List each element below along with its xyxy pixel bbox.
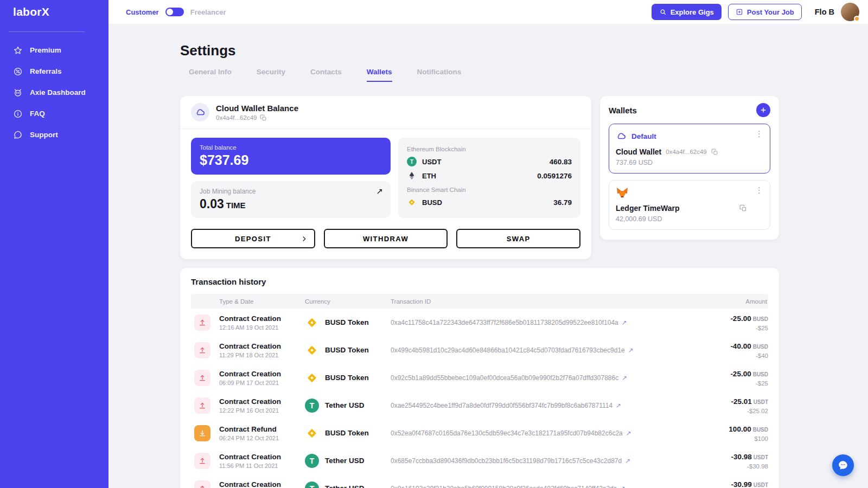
add-wallet-button[interactable] — [756, 103, 770, 117]
transaction-out-icon — [194, 370, 210, 386]
external-link-icon[interactable]: ↗ — [620, 485, 626, 488]
token-amount: 36.79 — [553, 198, 572, 207]
transaction-type: Contract Creation — [219, 480, 305, 488]
wallet-item-ledger-timewarp[interactable]: ⋮Ledger TimeWarp42,000.69 USD — [609, 180, 770, 230]
transaction-amount: -40.00 — [730, 342, 751, 350]
external-link-icon[interactable]: ↗ — [622, 319, 627, 326]
copy-icon[interactable] — [739, 204, 747, 212]
sidebar-nav-secondary: PremiumReferralsAxie DashboardFAQSupport — [0, 40, 108, 145]
tab-security[interactable]: Security — [257, 68, 285, 82]
avatar-badge — [854, 16, 860, 22]
percent-icon — [13, 67, 23, 76]
transaction-row[interactable]: Contract Creation11:29 PM 18 Oct 2021BUS… — [191, 336, 768, 364]
transaction-id: 0x52ea0f47687c0165da76e130c5db59ec34c7e3… — [391, 429, 623, 437]
transaction-date: 11:56 PM 11 Oct 2021 — [219, 463, 305, 469]
transaction-amount-usd: -$25 — [687, 380, 768, 387]
transaction-amount-usd: -$25.02 — [687, 408, 768, 414]
tab-notifications[interactable]: Notifications — [417, 68, 462, 82]
transaction-row[interactable]: Contract Creation06:09 PM 17 Oct 2021BUS… — [191, 364, 768, 391]
wallet-address: 0x4a4f...62c49 — [666, 149, 706, 155]
transaction-type: Contract Creation — [219, 342, 305, 350]
external-link-icon[interactable]: ↗ — [628, 346, 634, 354]
laborx-logo[interactable]: laborX — [0, 0, 108, 24]
balance-actions: DEPOSITWITHDRAWSWAP — [180, 226, 591, 259]
copy-address-icon[interactable] — [260, 114, 267, 121]
transaction-amount: -25.00 — [730, 314, 751, 323]
user-name[interactable]: Flo B — [815, 8, 834, 16]
transaction-history-title: Transaction history — [191, 277, 768, 286]
metamask-icon — [616, 186, 629, 199]
external-link-icon[interactable]: ↗ — [625, 457, 630, 465]
job-mining-card[interactable]: Job Mining balance ↗ 0.03TIME — [191, 181, 391, 218]
transaction-date: 11:29 PM 18 Oct 2021 — [219, 352, 305, 358]
swap-button[interactable]: SWAP — [456, 229, 580, 248]
transaction-row[interactable]: Contract Creation11:56 PM 11 Oct 2021TTe… — [191, 447, 768, 474]
wallet-kebab-menu-icon[interactable]: ⋮ — [755, 130, 763, 138]
transaction-id: 0x685e7ccbba3d890436f9db0cb23bb1f6c5bc31… — [391, 457, 622, 465]
main-area: Settings General InfoSecurityContactsWal… — [108, 24, 868, 488]
transaction-currency: Tether USD — [325, 457, 365, 465]
avatar[interactable] — [841, 3, 859, 21]
token-symbol: USDT — [422, 158, 544, 166]
sidebar-item-faq[interactable]: FAQ — [4, 104, 104, 124]
tab-general-info[interactable]: General Info — [189, 68, 232, 82]
sidebar-item-axie-dashboard[interactable]: Axie Dashboard — [4, 82, 104, 103]
transaction-out-icon — [194, 342, 210, 358]
transaction-row[interactable]: Contract Creation12:46 PM 9 Oct 2021TTet… — [191, 474, 768, 488]
transaction-amount: 100.00 — [729, 425, 751, 433]
transaction-currency: Tether USD — [325, 484, 365, 488]
wallet-kebab-menu-icon[interactable]: ⋮ — [755, 186, 763, 194]
transaction-amount-usd: -$40 — [687, 352, 768, 359]
external-link-icon[interactable]: ↗ — [622, 374, 627, 382]
sidebar: laborX DashboardBrowse gigsBrowse jobsMy… — [0, 0, 108, 488]
copy-icon[interactable] — [711, 149, 718, 156]
chat-fab-button[interactable] — [832, 454, 854, 476]
tab-wallets[interactable]: Wallets — [367, 68, 392, 82]
transaction-row[interactable]: Contract Refund06:24 PM 12 Oct 2021BUSD … — [191, 419, 768, 447]
busd-icon — [407, 197, 417, 207]
transaction-date: 12:16 AM 19 Oct 2021 — [219, 324, 305, 331]
toggle-knob — [167, 9, 173, 15]
transaction-currency: BUSD Token — [325, 374, 369, 382]
external-link-icon[interactable]: ↗ — [616, 402, 621, 409]
transaction-id: 0x92c5b1a89dd55bbebec109a0ef00dcea56a0b0… — [391, 374, 618, 382]
role-customer-label[interactable]: Customer — [126, 8, 159, 16]
column-header-amount: Amount — [687, 298, 768, 305]
transaction-amount: -30.98 — [731, 453, 751, 461]
sidebar-item-support[interactable]: Support — [4, 125, 104, 145]
arrow-up-right-icon[interactable]: ↗ — [376, 187, 383, 196]
chain-name: Ethereum Blockchain — [407, 146, 572, 152]
column-header-currency: Currency — [305, 298, 391, 305]
post-your-job-button[interactable]: Post Your Job — [728, 4, 802, 20]
tab-contacts[interactable]: Contacts — [310, 68, 342, 82]
role-toggle[interactable] — [165, 8, 184, 16]
busd-icon — [305, 371, 319, 385]
usdt-icon: T — [407, 157, 417, 166]
withdraw-button[interactable]: WITHDRAW — [324, 229, 448, 248]
sidebar-item-referrals[interactable]: Referrals — [4, 61, 104, 82]
wallet-balance: 737.69 USD — [616, 159, 763, 166]
wallet-balance: 42,000.69 USD — [616, 215, 763, 223]
token-amount: 460.83 — [550, 158, 572, 166]
wallet-type-label: Cloud Wallet — [616, 147, 661, 156]
sidebar-divider — [9, 31, 85, 32]
upload-icon — [198, 346, 207, 355]
external-link-icon[interactable]: ↗ — [626, 429, 631, 437]
explore-gigs-button[interactable]: Explore Gigs — [652, 4, 722, 20]
transaction-row[interactable]: Contract Creation12:16 AM 19 Oct 2021BUS… — [191, 309, 768, 336]
deposit-button[interactable]: DEPOSIT — [191, 229, 315, 248]
transaction-out-icon — [194, 453, 210, 469]
role-freelancer-label[interactable]: Freelancer — [190, 8, 226, 16]
upload-icon — [198, 457, 207, 465]
column-header-type-date: Type & Date — [219, 298, 305, 305]
busd-icon — [305, 316, 319, 330]
cloud-icon — [616, 131, 627, 142]
star-icon — [13, 46, 23, 55]
wallet-name: Ledger TimeWarp — [616, 204, 679, 213]
transaction-row[interactable]: Contract Creation12:22 PM 16 Oct 2021TTe… — [191, 391, 768, 419]
sidebar-item-premium[interactable]: Premium — [4, 40, 104, 61]
chat-bubble-icon — [837, 459, 849, 471]
wallet-item-default[interactable]: Default⋮Cloud Wallet0x4a4f...62c49737.69… — [609, 124, 770, 174]
transaction-amount: -25.01 — [731, 397, 751, 406]
job-mining-label: Job Mining balance — [200, 188, 382, 195]
